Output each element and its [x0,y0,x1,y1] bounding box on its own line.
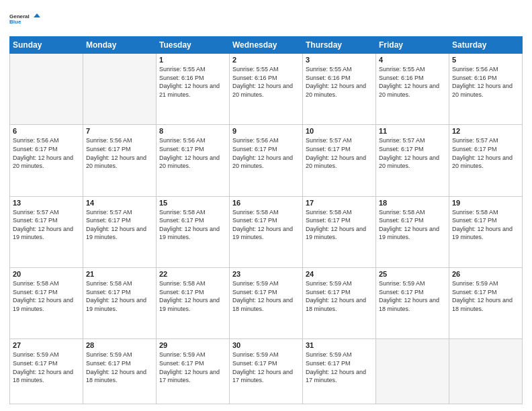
calendar-week-row: 13Sunrise: 5:57 AM Sunset: 6:17 PM Dayli… [10,196,523,267]
calendar-cell: 15Sunrise: 5:58 AM Sunset: 6:17 PM Dayli… [157,196,230,267]
calendar-cell: 30Sunrise: 5:59 AM Sunset: 6:17 PM Dayli… [230,339,303,404]
calendar-cell: 12Sunrise: 5:57 AM Sunset: 6:17 PM Dayli… [449,125,523,196]
calendar-cell: 1Sunrise: 5:55 AM Sunset: 6:16 PM Daylig… [157,54,230,125]
day-info: Sunrise: 5:55 AM Sunset: 6:16 PM Dayligh… [379,65,446,99]
day-number: 6 [13,127,80,135]
calendar-cell: 25Sunrise: 5:59 AM Sunset: 6:17 PM Dayli… [376,267,449,338]
day-info: Sunrise: 5:58 AM Sunset: 6:17 PM Dayligh… [452,208,519,242]
calendar-cell [449,339,523,404]
day-info: Sunrise: 5:59 AM Sunset: 6:17 PM Dayligh… [86,351,153,384]
day-info: Sunrise: 5:58 AM Sunset: 6:17 PM Dayligh… [86,279,153,313]
calendar-header-tuesday: Tuesday [157,37,230,54]
day-number: 12 [452,127,519,135]
day-info: Sunrise: 5:59 AM Sunset: 6:17 PM Dayligh… [232,279,300,313]
day-number: 27 [13,341,80,349]
day-number: 20 [13,270,80,278]
calendar-cell: 7Sunrise: 5:56 AM Sunset: 6:17 PM Daylig… [83,125,157,196]
calendar-cell: 26Sunrise: 5:59 AM Sunset: 6:17 PM Dayli… [449,267,523,338]
header: General Blue [9,7,523,31]
day-info: Sunrise: 5:59 AM Sunset: 6:17 PM Dayligh… [159,351,226,384]
calendar-cell: 2Sunrise: 5:55 AM Sunset: 6:16 PM Daylig… [230,54,303,125]
day-info: Sunrise: 5:59 AM Sunset: 6:17 PM Dayligh… [379,279,446,313]
calendar-cell: 21Sunrise: 5:58 AM Sunset: 6:17 PM Dayli… [83,267,157,338]
calendar-header-wednesday: Wednesday [230,37,303,54]
calendar-cell: 4Sunrise: 5:55 AM Sunset: 6:16 PM Daylig… [376,54,449,125]
day-number: 28 [86,341,153,349]
day-number: 1 [159,56,226,64]
calendar-week-row: 27Sunrise: 5:59 AM Sunset: 6:17 PM Dayli… [10,339,523,404]
day-number: 4 [379,56,446,64]
day-info: Sunrise: 5:56 AM Sunset: 6:16 PM Dayligh… [452,65,519,99]
day-number: 2 [232,56,300,64]
day-info: Sunrise: 5:56 AM Sunset: 6:17 PM Dayligh… [232,136,300,170]
day-info: Sunrise: 5:55 AM Sunset: 6:16 PM Dayligh… [232,65,300,99]
calendar-header-saturday: Saturday [449,37,523,54]
calendar-cell: 19Sunrise: 5:58 AM Sunset: 6:17 PM Dayli… [449,196,523,267]
day-info: Sunrise: 5:58 AM Sunset: 6:17 PM Dayligh… [379,208,446,242]
day-number: 13 [13,199,80,207]
day-info: Sunrise: 5:59 AM Sunset: 6:17 PM Dayligh… [306,351,373,384]
day-number: 15 [159,199,226,207]
day-info: Sunrise: 5:55 AM Sunset: 6:16 PM Dayligh… [306,65,373,99]
day-number: 26 [452,270,519,278]
day-number: 24 [306,270,373,278]
day-number: 11 [379,127,446,135]
day-number: 19 [452,199,519,207]
day-info: Sunrise: 5:57 AM Sunset: 6:17 PM Dayligh… [379,136,446,170]
calendar-cell [83,54,157,125]
page: General Blue SundayMondayTuesdayWednesda… [0,0,532,411]
day-number: 9 [232,127,300,135]
day-number: 21 [86,270,153,278]
calendar-cell: 9Sunrise: 5:56 AM Sunset: 6:17 PM Daylig… [230,125,303,196]
day-number: 30 [232,341,300,349]
day-number: 10 [306,127,373,135]
calendar-cell: 8Sunrise: 5:56 AM Sunset: 6:17 PM Daylig… [157,125,230,196]
day-info: Sunrise: 5:55 AM Sunset: 6:16 PM Dayligh… [159,65,226,99]
day-info: Sunrise: 5:56 AM Sunset: 6:17 PM Dayligh… [159,136,226,170]
calendar-cell: 16Sunrise: 5:58 AM Sunset: 6:17 PM Dayli… [230,196,303,267]
calendar-week-row: 1Sunrise: 5:55 AM Sunset: 6:16 PM Daylig… [10,54,523,125]
day-info: Sunrise: 5:58 AM Sunset: 6:17 PM Dayligh… [306,208,373,242]
day-number: 31 [306,341,373,349]
calendar-header-sunday: Sunday [10,37,83,54]
calendar-cell: 23Sunrise: 5:59 AM Sunset: 6:17 PM Dayli… [230,267,303,338]
logo-svg: General Blue [9,7,43,31]
calendar-header-thursday: Thursday [303,37,376,54]
day-info: Sunrise: 5:57 AM Sunset: 6:17 PM Dayligh… [13,208,80,242]
calendar-cell: 6Sunrise: 5:56 AM Sunset: 6:17 PM Daylig… [10,125,83,196]
calendar-cell: 3Sunrise: 5:55 AM Sunset: 6:16 PM Daylig… [303,54,376,125]
day-info: Sunrise: 5:57 AM Sunset: 6:17 PM Dayligh… [306,136,373,170]
calendar-cell: 29Sunrise: 5:59 AM Sunset: 6:17 PM Dayli… [157,339,230,404]
day-number: 23 [232,270,300,278]
day-number: 16 [232,199,300,207]
day-number: 14 [86,199,153,207]
day-info: Sunrise: 5:58 AM Sunset: 6:17 PM Dayligh… [13,279,80,313]
day-info: Sunrise: 5:59 AM Sunset: 6:17 PM Dayligh… [13,351,80,384]
day-info: Sunrise: 5:57 AM Sunset: 6:17 PM Dayligh… [86,208,153,242]
day-number: 7 [86,127,153,135]
day-info: Sunrise: 5:58 AM Sunset: 6:17 PM Dayligh… [159,279,226,313]
calendar-header-monday: Monday [83,37,157,54]
day-info: Sunrise: 5:59 AM Sunset: 6:17 PM Dayligh… [452,279,519,313]
calendar-cell: 31Sunrise: 5:59 AM Sunset: 6:17 PM Dayli… [303,339,376,404]
calendar-cell: 5Sunrise: 5:56 AM Sunset: 6:16 PM Daylig… [449,54,523,125]
day-number: 8 [159,127,226,135]
svg-marker-2 [34,13,40,17]
calendar-cell: 10Sunrise: 5:57 AM Sunset: 6:17 PM Dayli… [303,125,376,196]
calendar-cell: 20Sunrise: 5:58 AM Sunset: 6:17 PM Dayli… [10,267,83,338]
calendar-header-friday: Friday [376,37,449,54]
calendar-cell: 27Sunrise: 5:59 AM Sunset: 6:17 PM Dayli… [10,339,83,404]
day-number: 22 [159,270,226,278]
svg-text:Blue: Blue [9,19,21,25]
day-info: Sunrise: 5:59 AM Sunset: 6:17 PM Dayligh… [232,351,300,384]
day-info: Sunrise: 5:57 AM Sunset: 6:17 PM Dayligh… [452,136,519,170]
day-number: 29 [159,341,226,349]
day-number: 17 [306,199,373,207]
calendar-table: SundayMondayTuesdayWednesdayThursdayFrid… [9,36,523,404]
logo: General Blue [9,7,43,31]
day-number: 3 [306,56,373,64]
day-info: Sunrise: 5:58 AM Sunset: 6:17 PM Dayligh… [232,208,300,242]
day-info: Sunrise: 5:59 AM Sunset: 6:17 PM Dayligh… [306,279,373,313]
day-number: 18 [379,199,446,207]
calendar-cell: 13Sunrise: 5:57 AM Sunset: 6:17 PM Dayli… [10,196,83,267]
